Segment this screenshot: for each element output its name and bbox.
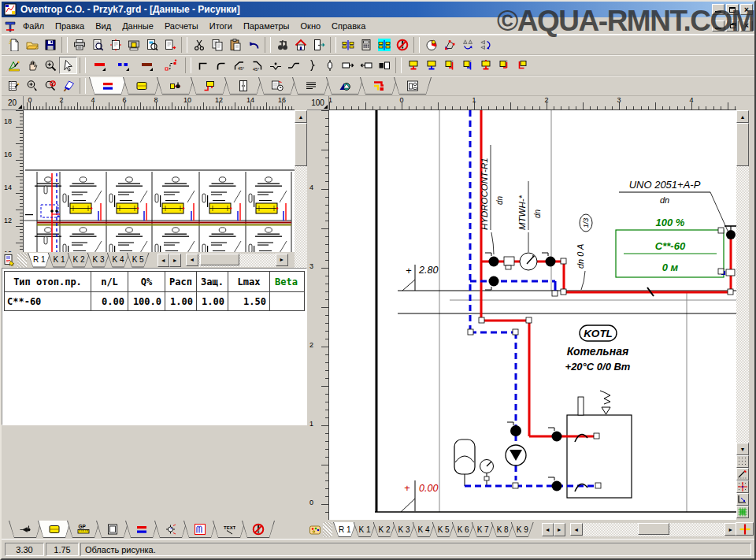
- minimize-button[interactable]: [712, 4, 724, 15]
- radiator-3-button[interactable]: [440, 57, 458, 74]
- align-pipes-button[interactable]: [339, 36, 357, 54]
- sheet-tab-K2[interactable]: K 2: [68, 253, 91, 268]
- bypass-button[interactable]: [302, 57, 321, 74]
- category-tab-pipes-colored[interactable]: [360, 77, 398, 95]
- flip-horizontal-button[interactable]: [476, 36, 495, 54]
- layer-tab-valves[interactable]: [9, 521, 42, 538]
- flip-vertical-button[interactable]: [458, 36, 476, 54]
- pie-chart-button[interactable]: [422, 36, 440, 54]
- category-tab-radiators[interactable]: [123, 77, 161, 95]
- child-restore-button[interactable]: [726, 20, 739, 32]
- m-grid-button[interactable]: [736, 455, 749, 468]
- table-header-2[interactable]: Q%: [128, 272, 165, 291]
- zoom-in-button[interactable]: [41, 57, 59, 74]
- riser-button[interactable]: [321, 57, 339, 74]
- insert-right-button[interactable]: [339, 57, 357, 74]
- radiator-7-button[interactable]: [513, 57, 531, 74]
- table-header-4[interactable]: Защ.: [197, 272, 228, 291]
- repaint-brush-button[interactable]: [59, 77, 77, 95]
- zoom-undo-button[interactable]: [41, 77, 59, 95]
- table-cell-6[interactable]: [270, 292, 302, 310]
- copy-button[interactable]: [208, 36, 226, 54]
- save-button[interactable]: [41, 36, 59, 54]
- scroll-left-arrow[interactable]: ◄: [570, 523, 583, 536]
- scrollbar-thumb[interactable]: [736, 123, 749, 166]
- ruler-corner-scale[interactable]: 20: [2, 96, 24, 110]
- scroll-up-button[interactable]: ▲: [295, 110, 307, 123]
- category-tab-radiator-clock[interactable]: [258, 77, 296, 95]
- menu-item-2[interactable]: Вид: [90, 20, 117, 32]
- table-header-5[interactable]: Lmax: [228, 272, 270, 291]
- m-greengrid-button[interactable]: [736, 506, 749, 518]
- pipe-darkred-button[interactable]: [135, 57, 159, 74]
- paste-button[interactable]: [226, 36, 244, 54]
- arc-45-right-button[interactable]: 45°: [248, 57, 266, 74]
- category-tab-sanitary[interactable]: [394, 77, 432, 95]
- sheet-list-button[interactable]: [2, 253, 17, 267]
- align-pipes-2-button[interactable]: [375, 36, 393, 54]
- tab-scroll-right-button[interactable]: ►: [554, 523, 565, 536]
- sheet-tab-K4[interactable]: K 4: [107, 253, 130, 268]
- category-tab-pipes[interactable]: [89, 77, 127, 95]
- radiator-4-button[interactable]: [458, 57, 476, 74]
- calculator-button[interactable]: [357, 36, 375, 54]
- print-frame-button[interactable]: [124, 36, 143, 54]
- m-redgrid-button[interactable]: [736, 480, 749, 493]
- menu-item-5[interactable]: Итоги: [204, 20, 238, 32]
- zoom-window-button[interactable]: [23, 77, 41, 95]
- category-tab-lines[interactable]: [292, 77, 330, 95]
- connect-block-button[interactable]: [375, 57, 393, 74]
- arc-45-left-button[interactable]: 45°: [230, 57, 248, 74]
- data-table-edit-button[interactable]: [5, 77, 23, 95]
- layer-tab-radiators[interactable]: [38, 521, 71, 538]
- menu-item-4[interactable]: Расчеты: [159, 20, 204, 32]
- sheet-tab-K3[interactable]: K 3: [87, 253, 110, 268]
- menu-item-6[interactable]: Параметры: [238, 20, 295, 32]
- child-close-button[interactable]: ×: [740, 20, 753, 32]
- tab-scroll-left-button[interactable]: ◄: [542, 523, 554, 536]
- menu-item-0[interactable]: Файл: [17, 20, 50, 32]
- sheet-tab-K8[interactable]: K 8: [491, 522, 514, 537]
- ruler-corner-scale[interactable]: 100: [307, 96, 329, 110]
- table-header-0[interactable]: Тип отоп.пр.: [5, 272, 91, 291]
- crossover-button[interactable]: [266, 57, 284, 74]
- radiator-2-button[interactable]: [422, 57, 440, 74]
- layer-tab-gp[interactable]: GP: [67, 521, 100, 538]
- exit-button[interactable]: [309, 36, 328, 54]
- scrollbar-track[interactable]: [736, 123, 749, 443]
- open-folder-button[interactable]: [23, 36, 41, 54]
- sheet-tab-K1[interactable]: K 1: [354, 522, 376, 537]
- sheet-tab-R1[interactable]: R 1: [28, 253, 51, 268]
- m-corner-button[interactable]: [736, 493, 749, 506]
- radiator-6-button[interactable]: [495, 57, 513, 74]
- scroll-right-arrow[interactable]: ►: [276, 254, 288, 266]
- layer-tab-instruments[interactable]: [154, 521, 187, 538]
- sheet-tab-R1[interactable]: R 1: [333, 522, 357, 537]
- sheet-tab-K6[interactable]: K 6: [452, 522, 475, 537]
- scroll-left-arrow[interactable]: ◄: [186, 254, 198, 266]
- cancel-button[interactable]: [393, 36, 411, 54]
- radiator-5-button[interactable]: [476, 57, 495, 74]
- table-cell-2[interactable]: 100.0: [128, 292, 165, 310]
- home-button[interactable]: [291, 36, 309, 54]
- select-tool-button[interactable]: [5, 57, 23, 74]
- radiator-1-button[interactable]: [404, 57, 422, 74]
- table-cell-1[interactable]: 0.00: [91, 292, 128, 310]
- sheet-tab-K7[interactable]: K 7: [472, 522, 495, 537]
- page-setup-button[interactable]: [106, 36, 124, 54]
- sheet-tab-K3[interactable]: K 3: [393, 522, 416, 537]
- tab-scroll-right-button[interactable]: ►: [169, 254, 181, 267]
- category-tab-radiator-pipe[interactable]: [191, 77, 228, 95]
- scroll-up-button[interactable]: ▲: [736, 110, 749, 123]
- find-button[interactable]: [273, 36, 291, 54]
- layer-tab-text[interactable]: TEXT: [213, 521, 246, 538]
- table-cell-3[interactable]: 1.00: [165, 292, 197, 310]
- menu-item-8[interactable]: Справка: [326, 20, 371, 32]
- cut-button[interactable]: [190, 36, 208, 54]
- crosshair-button[interactable]: [736, 522, 754, 536]
- layer-tab-coil[interactable]: [183, 521, 217, 538]
- table-header-1[interactable]: n/L: [91, 272, 128, 291]
- menu-item-1[interactable]: Правка: [50, 20, 90, 32]
- close-button[interactable]: ×: [740, 4, 753, 15]
- zoom-page-button[interactable]: [143, 36, 161, 54]
